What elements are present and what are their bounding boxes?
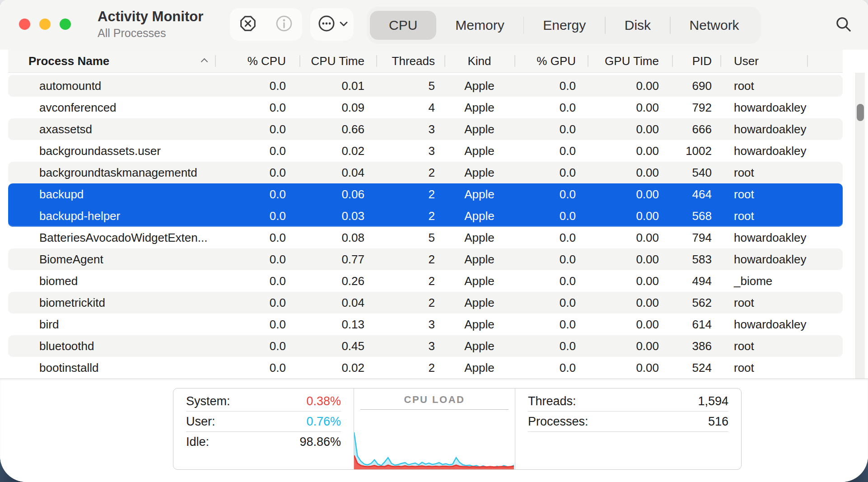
cpu-percent-cell: 0.0 bbox=[215, 357, 299, 379]
cpu-time-cell: 0.09 bbox=[299, 97, 376, 118]
tab-disk[interactable]: Disk bbox=[606, 11, 670, 40]
cpu-time-cell: 0.26 bbox=[299, 270, 376, 292]
user-cell: howardoakley bbox=[720, 140, 843, 162]
column-cpu-time[interactable]: CPU Time bbox=[299, 50, 376, 72]
info-circle-icon bbox=[274, 14, 294, 35]
cpu-percent-cell: 0.0 bbox=[215, 335, 299, 357]
pid-cell: 524 bbox=[672, 357, 720, 379]
process-name-cell: avconferenced bbox=[8, 97, 215, 118]
gpu-percent-cell: 0.0 bbox=[514, 162, 588, 183]
kind-cell: Apple bbox=[444, 162, 514, 183]
tab-network[interactable]: Network bbox=[671, 11, 758, 40]
column-kind[interactable]: Kind bbox=[444, 50, 514, 72]
idle-stat-row: Idle: 98.86% bbox=[186, 432, 341, 452]
table-row[interactable]: axassetsd 0.0 0.66 3 Apple 0.0 0.00 666 … bbox=[8, 118, 843, 140]
pid-cell: 583 bbox=[672, 248, 720, 270]
threads-cell: 2 bbox=[376, 248, 444, 270]
ellipsis-circle-icon bbox=[317, 14, 336, 35]
table-row[interactable]: biomed 0.0 0.26 2 Apple 0.0 0.00 494 _bi… bbox=[8, 270, 843, 292]
graph-divider bbox=[360, 409, 509, 410]
table-row[interactable]: backgroundtaskmanagementd 0.0 0.04 2 App… bbox=[8, 162, 843, 183]
cpu-time-cell: 0.45 bbox=[299, 335, 376, 357]
table-row[interactable]: BatteriesAvocadoWidgetExten... 0.0 0.08 … bbox=[8, 227, 843, 248]
minimize-window-button[interactable] bbox=[39, 19, 51, 30]
gpu-time-cell: 0.00 bbox=[588, 75, 672, 97]
column-gpu-time[interactable]: GPU Time bbox=[588, 50, 672, 72]
cpu-time-cell: 0.02 bbox=[299, 140, 376, 162]
close-window-button[interactable] bbox=[19, 19, 30, 30]
pid-cell: 464 bbox=[672, 183, 720, 205]
gpu-percent-cell: 0.0 bbox=[514, 292, 588, 314]
cpu-time-cell: 0.03 bbox=[299, 205, 376, 227]
process-name-cell: biometrickitd bbox=[8, 292, 215, 314]
window-title: Activity Monitor bbox=[98, 9, 203, 25]
table-row[interactable]: automountd 0.0 0.01 5 Apple 0.0 0.00 690… bbox=[8, 75, 843, 97]
column-cpu-percent[interactable]: % CPU bbox=[215, 50, 299, 72]
cpu-stats-panel: System: 0.38% User: 0.76% Idle: 98.86% C… bbox=[173, 388, 742, 470]
cpu-percent-cell: 0.0 bbox=[215, 183, 299, 205]
table-row[interactable]: backupd-helper 0.0 0.03 2 Apple 0.0 0.00… bbox=[8, 205, 843, 227]
kind-cell: Apple bbox=[444, 140, 514, 162]
column-threads[interactable]: Threads bbox=[376, 50, 444, 72]
table-row[interactable]: bootinstalld 0.0 0.02 2 Apple 0.0 0.00 5… bbox=[8, 357, 843, 379]
process-name-cell: BatteriesAvocadoWidgetExten... bbox=[8, 227, 215, 248]
gpu-percent-cell: 0.0 bbox=[514, 97, 588, 118]
tab-cpu[interactable]: CPU bbox=[370, 11, 436, 40]
table-row[interactable]: bird 0.0 0.13 3 Apple 0.0 0.00 614 howar… bbox=[8, 314, 843, 335]
vertical-scrollbar[interactable] bbox=[855, 73, 865, 379]
system-label: System: bbox=[186, 391, 230, 411]
pid-cell: 792 bbox=[672, 97, 720, 118]
tab-energy[interactable]: Energy bbox=[524, 11, 605, 40]
gpu-time-cell: 0.00 bbox=[588, 357, 672, 379]
pid-cell: 386 bbox=[672, 335, 720, 357]
process-name-cell: bird bbox=[8, 314, 215, 335]
zoom-window-button[interactable] bbox=[60, 19, 71, 30]
threads-cell: 3 bbox=[376, 118, 444, 140]
system-value: 0.38% bbox=[306, 391, 341, 411]
user-cell: howardoakley bbox=[720, 248, 843, 270]
desktop-background: Activity Monitor All Processes bbox=[0, 0, 868, 482]
table-row[interactable]: BiomeAgent 0.0 0.77 2 Apple 0.0 0.00 583… bbox=[8, 248, 843, 270]
search-button[interactable] bbox=[832, 14, 855, 37]
tab-memory[interactable]: Memory bbox=[436, 11, 523, 40]
table-row[interactable]: backgroundassets.user 0.0 0.02 3 Apple 0… bbox=[8, 140, 843, 162]
column-user[interactable]: User bbox=[720, 50, 843, 72]
pid-cell: 494 bbox=[672, 270, 720, 292]
chevron-down-icon bbox=[340, 20, 348, 28]
octagon-x-icon bbox=[238, 14, 258, 35]
kind-cell: Apple bbox=[444, 205, 514, 227]
gpu-time-cell: 0.00 bbox=[588, 335, 672, 357]
scrollbar-thumb[interactable] bbox=[857, 104, 864, 121]
user-cell: root bbox=[720, 75, 843, 97]
processes-value: 516 bbox=[708, 412, 728, 431]
system-stat-row: System: 0.38% bbox=[186, 391, 341, 412]
table-row[interactable]: avconferenced 0.0 0.09 4 Apple 0.0 0.00 … bbox=[8, 97, 843, 118]
inspect-process-button[interactable] bbox=[271, 11, 297, 37]
gpu-percent-cell: 0.0 bbox=[514, 140, 588, 162]
cpu-load-title: CPU LOAD bbox=[354, 394, 515, 406]
process-table-body: automountd 0.0 0.01 5 Apple 0.0 0.00 690… bbox=[8, 75, 843, 379]
threads-label: Threads: bbox=[528, 391, 576, 411]
process-name-cell: backgroundtaskmanagementd bbox=[8, 162, 215, 183]
gpu-percent-cell: 0.0 bbox=[514, 314, 588, 335]
more-options-button[interactable] bbox=[310, 8, 354, 41]
table-row[interactable]: backupd 0.0 0.06 2 Apple 0.0 0.00 464 ro… bbox=[8, 183, 843, 205]
gpu-percent-cell: 0.0 bbox=[514, 183, 588, 205]
gpu-time-cell: 0.00 bbox=[588, 314, 672, 335]
stop-process-button[interactable] bbox=[235, 11, 261, 37]
user-label: User: bbox=[186, 412, 215, 431]
sort-ascending-icon bbox=[201, 58, 208, 66]
column-process-name[interactable]: Process Name bbox=[8, 50, 215, 72]
cpu-load-graph-box: CPU LOAD bbox=[354, 388, 515, 469]
table-row[interactable]: biometrickitd 0.0 0.04 2 Apple 0.0 0.00 … bbox=[8, 292, 843, 314]
table-row[interactable]: bluetoothd 0.0 0.45 3 Apple 0.0 0.00 386… bbox=[8, 335, 843, 357]
kind-cell: Apple bbox=[444, 183, 514, 205]
process-name-cell: BiomeAgent bbox=[8, 248, 215, 270]
kind-cell: Apple bbox=[444, 97, 514, 118]
pid-cell: 614 bbox=[672, 314, 720, 335]
kind-cell: Apple bbox=[444, 292, 514, 314]
column-pid[interactable]: PID bbox=[672, 50, 720, 72]
user-cell: howardoakley bbox=[720, 97, 843, 118]
column-gpu-percent[interactable]: % GPU bbox=[514, 50, 588, 72]
threads-cell: 2 bbox=[376, 270, 444, 292]
